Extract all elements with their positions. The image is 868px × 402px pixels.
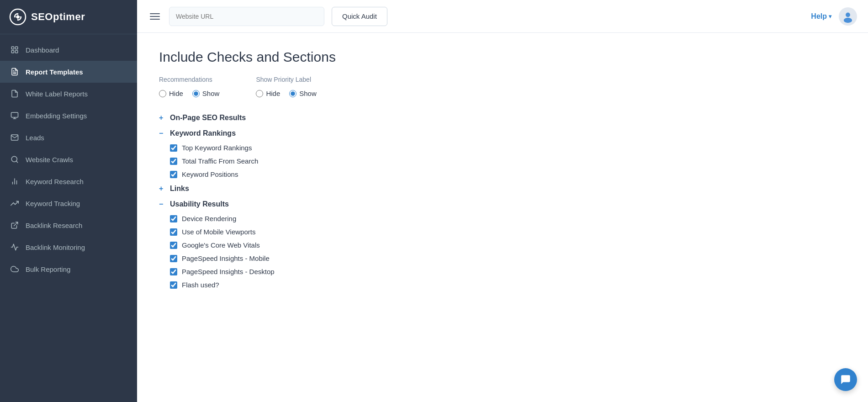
check-flash-used[interactable]: Flash used? (159, 278, 846, 291)
external-link-icon (10, 221, 19, 230)
sidebar-item-keyword-tracking[interactable]: Keyword Tracking (0, 192, 137, 214)
hamburger-button[interactable] (148, 11, 162, 21)
expand-icon: + (159, 114, 166, 122)
check-label: PageSpeed Insights - Mobile (182, 254, 270, 262)
sidebar-navigation: Dashboard Report Templates White Label R… (0, 34, 137, 402)
chat-bubble-button[interactable] (834, 368, 857, 391)
sidebar-item-white-label-reports[interactable]: White Label Reports (0, 83, 137, 105)
grid-icon (10, 45, 19, 54)
recommendations-label: Recommendations (159, 76, 219, 83)
checkbox-keyword-positions[interactable] (170, 171, 177, 178)
recommendations-show-option[interactable]: Show (192, 90, 220, 97)
priority-show-radio[interactable] (289, 90, 296, 97)
seoptimer-logo-icon (9, 8, 26, 26)
sidebar-item-keyword-research[interactable]: Keyword Research (0, 170, 137, 192)
quick-audit-button[interactable]: Quick Audit (332, 7, 387, 26)
check-pagespeed-mobile[interactable]: PageSpeed Insights - Mobile (159, 252, 846, 265)
check-label: Flash used? (182, 281, 219, 289)
hamburger-line (150, 13, 160, 14)
help-label: Help (811, 12, 827, 21)
monitor-icon (10, 111, 19, 120)
svg-rect-4 (11, 51, 14, 53)
checkbox-core-web-vitals[interactable] (170, 242, 177, 249)
check-mobile-viewports[interactable]: Use of Mobile Viewports (159, 225, 846, 238)
recommendations-option: Recommendations Hide Show (159, 76, 219, 97)
sidebar-item-report-templates[interactable]: Report Templates (0, 61, 137, 83)
checkbox-mobile-viewports[interactable] (170, 228, 177, 236)
sidebar-item-dashboard[interactable]: Dashboard (0, 39, 137, 61)
options-row: Recommendations Hide Show Show Priority … (159, 76, 846, 97)
checkbox-flash-used[interactable] (170, 281, 177, 289)
sidebar-logo: SEOptimer (0, 0, 137, 34)
user-icon (842, 10, 854, 23)
check-label: Keyword Positions (182, 170, 238, 178)
main-content: Include Checks and Sections Recommendati… (137, 33, 868, 402)
check-keyword-positions[interactable]: Keyword Positions (159, 168, 846, 181)
trending-up-icon (10, 199, 19, 208)
check-label: Device Rendering (182, 215, 236, 222)
recommendations-show-radio[interactable] (192, 90, 200, 97)
sidebar-item-leads[interactable]: Leads (0, 127, 137, 148)
hide-label: Hide (169, 90, 183, 97)
priority-show-option[interactable]: Show (289, 90, 317, 97)
sidebar-item-website-crawls[interactable]: Website Crawls (0, 148, 137, 170)
website-url-input[interactable] (169, 7, 324, 26)
checkbox-device-rendering[interactable] (170, 215, 177, 222)
sidebar-item-bulk-reporting[interactable]: Bulk Reporting (0, 258, 137, 280)
svg-point-17 (846, 12, 850, 17)
recommendations-hide-radio[interactable] (159, 90, 166, 97)
check-top-keyword-rankings[interactable]: Top Keyword Rankings (159, 141, 846, 154)
checkbox-top-keyword-rankings[interactable] (170, 144, 177, 152)
check-label: Total Traffic From Search (182, 157, 258, 165)
recommendations-radio-group: Hide Show (159, 90, 219, 97)
help-button[interactable]: Help ▾ (811, 12, 831, 21)
collapse-icon: − (159, 200, 166, 208)
chevron-down-icon: ▾ (829, 13, 831, 20)
sidebar-item-label: Keyword Research (26, 178, 84, 185)
sidebar: SEOptimer Dashboard Report Templates Whi… (0, 0, 137, 402)
section-title-usability-results: Usability Results (170, 200, 229, 208)
priority-hide-option[interactable]: Hide (256, 90, 280, 97)
check-total-traffic[interactable]: Total Traffic From Search (159, 154, 846, 168)
priority-hide-radio[interactable] (256, 90, 263, 97)
sidebar-item-label: Report Templates (26, 68, 83, 76)
sidebar-item-backlink-monitoring[interactable]: Backlink Monitoring (0, 236, 137, 258)
hamburger-line (150, 19, 160, 20)
check-label: Use of Mobile Viewports (182, 228, 255, 236)
bar-chart-icon (10, 177, 19, 186)
section-links[interactable]: + Links (159, 181, 846, 196)
sidebar-item-embedding-settings[interactable]: Embedding Settings (0, 105, 137, 127)
checkbox-pagespeed-desktop[interactable] (170, 268, 177, 275)
svg-line-16 (14, 222, 18, 226)
sidebar-logo-text: SEOptimer (31, 11, 85, 23)
user-avatar-button[interactable] (839, 7, 857, 26)
section-title-keyword-rankings: Keyword Rankings (170, 129, 236, 138)
check-label: Google's Core Web Vitals (182, 241, 260, 249)
svg-point-18 (844, 17, 852, 22)
sidebar-item-backlink-research[interactable]: Backlink Research (0, 214, 137, 236)
recommendations-hide-option[interactable]: Hide (159, 90, 183, 97)
check-pagespeed-desktop[interactable]: PageSpeed Insights - Desktop (159, 265, 846, 278)
hide-label: Hide (266, 90, 280, 97)
sidebar-item-label: Website Crawls (26, 156, 73, 164)
priority-radio-group: Hide Show (256, 90, 316, 97)
section-title-links: Links (170, 185, 189, 193)
sidebar-item-label: Backlink Research (26, 222, 82, 229)
section-on-page-seo[interactable]: + On-Page SEO Results (159, 110, 846, 126)
check-device-rendering[interactable]: Device Rendering (159, 212, 846, 225)
show-label: Show (299, 90, 317, 97)
show-label: Show (202, 90, 220, 97)
sidebar-item-label: Keyword Tracking (26, 200, 80, 207)
check-core-web-vitals[interactable]: Google's Core Web Vitals (159, 238, 846, 252)
section-usability-results[interactable]: − Usability Results (159, 196, 846, 212)
file-icon (10, 89, 19, 98)
activity-icon (10, 243, 19, 252)
main-area: Quick Audit Help ▾ Include Checks and Se… (137, 0, 868, 402)
search-icon (10, 155, 19, 164)
section-keyword-rankings[interactable]: − Keyword Rankings (159, 126, 846, 141)
sidebar-item-label: Dashboard (26, 46, 59, 54)
checkbox-pagespeed-mobile[interactable] (170, 255, 177, 262)
top-header: Quick Audit Help ▾ (137, 0, 868, 33)
hamburger-line (150, 16, 160, 17)
checkbox-total-traffic[interactable] (170, 158, 177, 165)
